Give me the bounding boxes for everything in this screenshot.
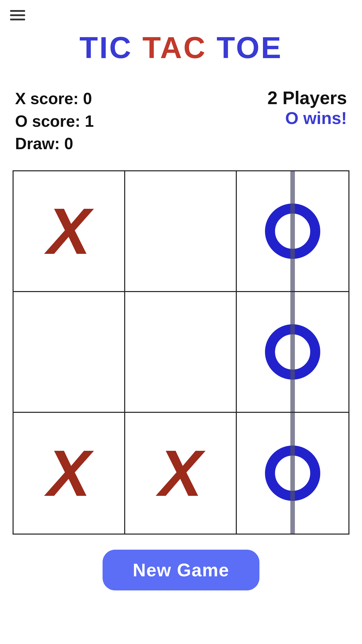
title-container: Tic Tac Toe: [0, 25, 362, 70]
x-score-value: 0: [83, 90, 92, 108]
cell-3[interactable]: [14, 292, 125, 413]
o-mark-5: [265, 324, 320, 380]
cell-4[interactable]: [125, 292, 237, 413]
x-mark-7: X: [159, 440, 202, 506]
menu-icon-line2: [10, 14, 25, 16]
cell-1[interactable]: [125, 171, 237, 292]
scores-right: 2 Players O wins!: [267, 88, 347, 128]
cell-6[interactable]: X: [14, 413, 125, 534]
draw-score-value: 0: [64, 135, 73, 153]
o-score-value: 1: [85, 112, 94, 130]
board-container: X X X: [13, 170, 349, 535]
players-label: 2 Players: [267, 88, 347, 108]
o-mark-8: [265, 446, 320, 501]
x-mark-6: X: [47, 440, 90, 506]
x-score-label: X score:: [15, 90, 79, 108]
cell-7[interactable]: X: [125, 413, 237, 534]
title-tic: Tic: [79, 31, 132, 64]
score-section: X score: 0 O score: 1 Draw: 0 2 Players …: [0, 77, 362, 165]
o-mark-2: [265, 204, 320, 259]
new-game-button[interactable]: New Game: [103, 550, 259, 590]
cell-8[interactable]: [237, 413, 348, 534]
o-score-label: O score:: [15, 112, 80, 130]
o-score-row: O score: 1: [15, 110, 94, 133]
scores-left: X score: 0 O score: 1 Draw: 0: [15, 88, 94, 155]
winner-label: O wins!: [267, 108, 347, 128]
cell-5[interactable]: [237, 292, 348, 413]
cell-0[interactable]: X: [14, 171, 125, 292]
title-toe: Toe: [217, 31, 283, 64]
game-title: Tic Tac Toe: [5, 30, 357, 65]
title-tac: Tac: [143, 31, 207, 64]
menu-icon-line1: [10, 10, 25, 12]
draw-score-label: Draw:: [15, 135, 60, 153]
draw-score-row: Draw: 0: [15, 133, 94, 155]
menu-button[interactable]: [8, 8, 28, 23]
cell-2[interactable]: [237, 171, 348, 292]
board-wrapper: X X X: [14, 171, 348, 534]
game-board: X X X: [14, 171, 348, 534]
menu-icon-line3: [10, 19, 25, 20]
x-score-row: X score: 0: [15, 88, 94, 110]
x-mark-0: X: [47, 198, 90, 264]
